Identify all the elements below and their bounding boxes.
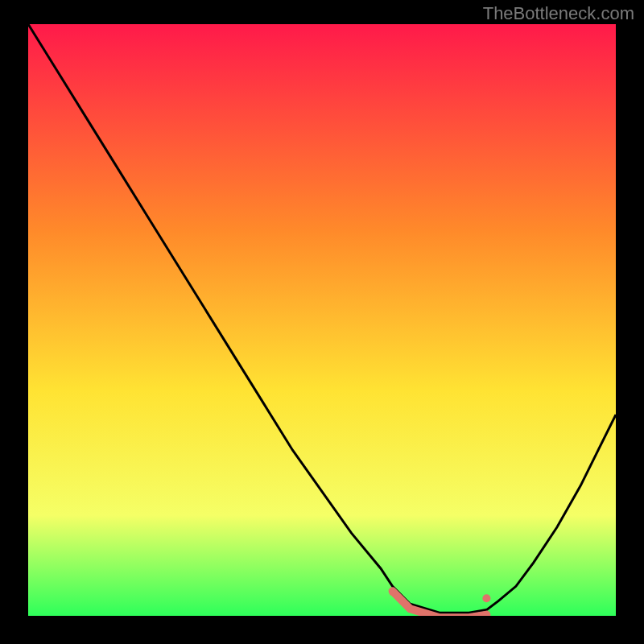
watermark-text: TheBottleneck.com (483, 3, 634, 24)
chart-svg (28, 24, 616, 616)
plot-area (28, 24, 616, 616)
gradient-background (28, 24, 616, 616)
highlight-dot-1 (482, 594, 490, 602)
chart-container: TheBottleneck.com (0, 0, 644, 644)
highlight-dot-0 (390, 589, 396, 596)
